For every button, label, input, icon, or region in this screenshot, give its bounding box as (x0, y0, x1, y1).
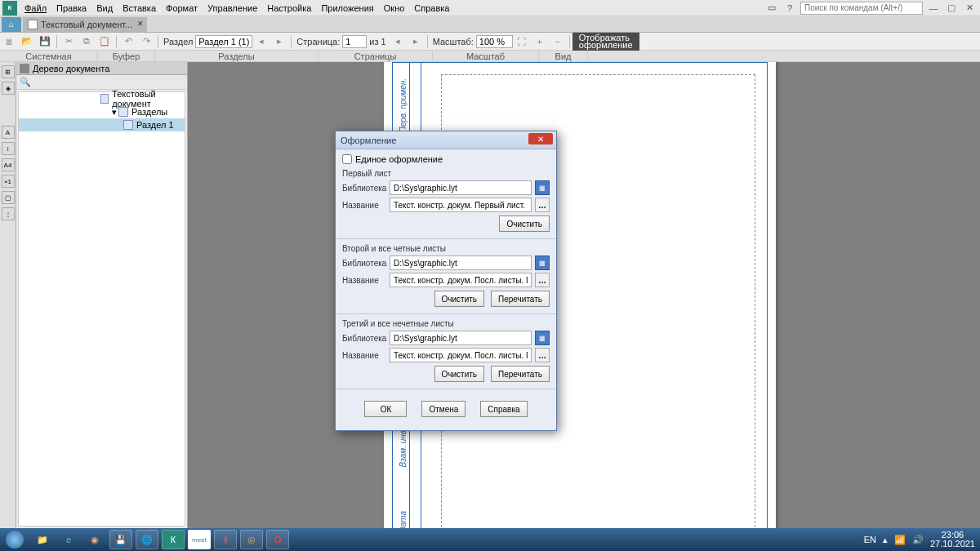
page-next-icon[interactable]: ▸ (408, 34, 424, 49)
reread-button[interactable]: Перечитать (491, 366, 550, 382)
document-tree[interactable]: Текстовый документ▾ РазделыРаздел 1 (18, 91, 185, 527)
tree-row[interactable]: ▾ Разделы (19, 105, 185, 118)
sidebar-search-icon[interactable]: 🔍 (20, 77, 31, 87)
collapse-ribbon-icon[interactable]: ▭ (764, 2, 779, 14)
name-more-icon[interactable]: … (535, 273, 550, 287)
lib-input[interactable] (390, 331, 532, 345)
save-icon[interactable]: 💾 (37, 34, 53, 49)
close-icon[interactable]: ✕ (962, 2, 977, 14)
frame-text-1: Перв. примен. (399, 78, 408, 133)
taskbar-ie[interactable]: e (57, 530, 80, 549)
paste-icon[interactable]: 📋 (96, 34, 113, 49)
menu-window[interactable]: Окно (379, 2, 410, 15)
taskbar-app2[interactable]: ◎ (240, 530, 263, 549)
section-prev-icon[interactable]: ◂ (253, 34, 270, 49)
home-tab[interactable]: ⌂ (2, 17, 21, 32)
scale-input[interactable] (476, 35, 513, 48)
reread-button[interactable]: Перечитать (491, 291, 550, 307)
taskbar-save[interactable]: 💾 (109, 530, 132, 549)
lib-row: Библиотека▦ (342, 331, 550, 345)
tree-row[interactable]: Текстовый документ (19, 92, 185, 105)
menu-manage[interactable]: Управление (203, 2, 262, 15)
menu-edit[interactable]: Правка (51, 2, 91, 15)
command-search-input[interactable] (800, 2, 923, 15)
unified-checkbox[interactable] (342, 154, 352, 164)
section-input[interactable] (195, 35, 252, 48)
cut-icon[interactable]: ✂ (60, 34, 77, 49)
vtool-2[interactable]: ◈ (2, 82, 15, 95)
cancel-button[interactable]: Отмена (421, 401, 466, 417)
redo-icon[interactable]: ↷ (138, 34, 154, 49)
tray-network-icon[interactable]: 📶 (894, 535, 906, 545)
help-icon[interactable]: ? (782, 2, 797, 14)
name-more-icon[interactable]: … (535, 198, 550, 212)
taskbar-explorer[interactable]: 📁 (31, 530, 54, 549)
clear-button[interactable]: Очистить (499, 216, 550, 232)
section-label: Раздел (163, 37, 193, 47)
name-input[interactable] (390, 348, 532, 362)
dialog-titlebar[interactable]: Оформление ✕ (336, 131, 556, 149)
close-tab-icon[interactable]: ✕ (137, 20, 144, 28)
tray-lang[interactable]: EN (864, 535, 876, 544)
taskbar-chrome[interactable]: 🌐 (136, 530, 158, 549)
menu-help[interactable]: Справка (409, 2, 454, 15)
doc-tab[interactable]: Текстовый документ... ✕ (23, 17, 147, 32)
section-next-icon[interactable]: ▸ (271, 34, 287, 49)
taskbar-wmp[interactable]: ◉ (83, 530, 106, 549)
toolbar-group-labels: СистемнаяБуфер обме...РазделыСтраницыМас… (0, 51, 980, 62)
name-input[interactable] (390, 198, 532, 212)
vtool-x1[interactable]: ×1 (2, 175, 15, 188)
tray-clock[interactable]: 23:06 27.10.2021 (930, 531, 975, 549)
undo-icon[interactable]: ↶ (120, 34, 136, 49)
help-button[interactable]: Справка (480, 401, 527, 417)
lib-pick-icon[interactable]: ▦ (535, 331, 550, 345)
dialog-close-icon[interactable]: ✕ (528, 133, 553, 144)
lib-pick-icon[interactable]: ▦ (535, 180, 550, 195)
menu-file[interactable]: Файл (20, 2, 51, 15)
name-input[interactable] (390, 273, 532, 287)
vtool-more[interactable]: ⋮ (2, 207, 15, 220)
menu-view[interactable]: Вид (91, 2, 118, 15)
zoom-in-icon[interactable]: + (532, 34, 548, 49)
copy-icon[interactable]: ⧉ (78, 34, 95, 49)
tree-row[interactable]: Раздел 1 (19, 118, 185, 131)
taskbar-app1[interactable]: ⦀ (214, 530, 237, 549)
system-tray[interactable]: EN ▴ 📶 🔊 23:06 27.10.2021 (864, 531, 980, 549)
display-design-toggle[interactable]: Отображать оформление (572, 33, 639, 51)
menu-insert[interactable]: Вставка (118, 2, 161, 15)
tray-flag-icon[interactable]: ▴ (883, 535, 888, 545)
lib-input[interactable] (390, 256, 532, 270)
vtool-az[interactable]: A (2, 126, 15, 139)
open-icon[interactable]: 📂 (19, 34, 35, 49)
new-icon[interactable]: 🗎 (1, 34, 17, 49)
name-more-icon[interactable]: … (535, 348, 550, 362)
dialog-section-head: Второй и все четные листы (342, 244, 550, 253)
start-button[interactable] (0, 528, 29, 551)
taskbar-kompas[interactable]: К (162, 530, 185, 549)
expand-icon[interactable]: ▾ (112, 107, 117, 118)
taskbar-opera[interactable]: O (266, 530, 289, 549)
page-input[interactable] (342, 35, 367, 48)
vtool-sort[interactable]: ↕ (2, 142, 15, 155)
sidebar-title: Дерево документа (33, 64, 109, 73)
clear-button[interactable]: Очистить (434, 366, 485, 382)
menu-settings[interactable]: Настройка (262, 2, 316, 15)
vtool-box[interactable]: ▢ (2, 191, 15, 204)
zoom-out-icon[interactable]: − (550, 34, 566, 49)
minimize-icon[interactable]: — (926, 2, 941, 14)
lib-pick-icon[interactable]: ▦ (535, 256, 550, 270)
toolbar-group-label: Вид (539, 51, 588, 61)
clear-button[interactable]: Очистить (434, 291, 485, 307)
menu-format[interactable]: Формат (161, 2, 203, 15)
canvas[interactable]: Перв. примен. Подп Взам. инв. № Инв. № д… (188, 62, 980, 528)
taskbar-meet[interactable]: meet (188, 530, 211, 549)
zoom-fit-icon[interactable]: ⛶ (514, 34, 530, 49)
maximize-icon[interactable]: ▢ (944, 2, 959, 14)
vtool-a4[interactable]: A4 (2, 158, 15, 171)
vtool-1[interactable]: ⊞ (2, 65, 15, 78)
page-prev-icon[interactable]: ◂ (390, 34, 406, 49)
ok-button[interactable]: ОК (364, 401, 407, 417)
tray-sound-icon[interactable]: 🔊 (912, 535, 924, 545)
lib-input[interactable] (390, 180, 532, 195)
menu-apps[interactable]: Приложения (316, 2, 378, 15)
